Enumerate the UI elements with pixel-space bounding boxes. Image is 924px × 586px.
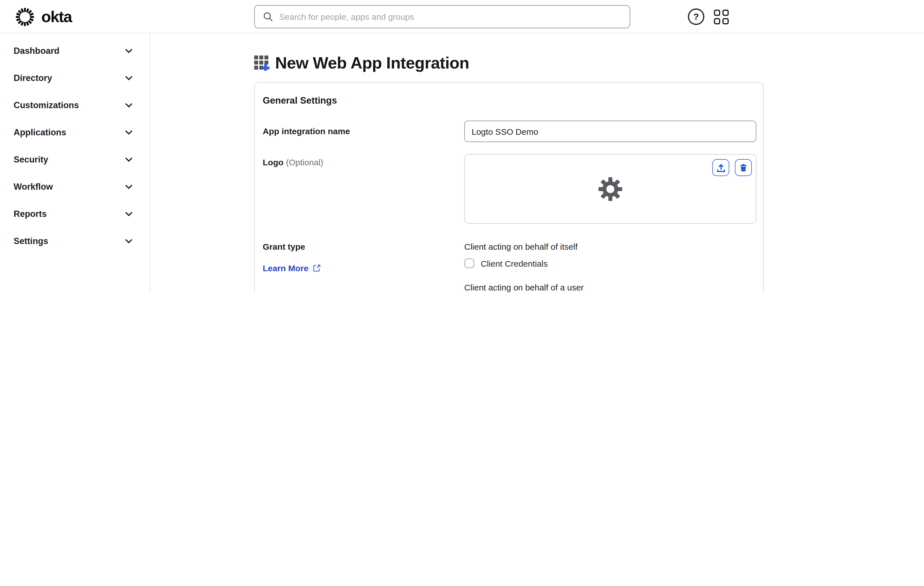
okta-sunburst-icon	[13, 6, 36, 28]
sidebar-item-label: Dashboard	[13, 46, 59, 56]
gear-icon	[597, 176, 624, 202]
chevron-down-icon	[125, 212, 132, 216]
checkbox-label: Client Credentials	[481, 259, 548, 268]
grant-group-self-label: Client acting on behalf of itself	[464, 242, 755, 251]
grid-square	[714, 18, 720, 24]
sidebar-item-label: Workflow	[13, 182, 53, 192]
top-header: okta ?	[0, 0, 924, 33]
sidebar-item-settings[interactable]: Settings	[0, 228, 150, 255]
sidebar-item-reports[interactable]: Reports	[0, 200, 150, 228]
sidebar-item-customizations[interactable]: Customizations	[0, 92, 150, 119]
okta-admin-window: okta ? Dashboard Directory Customiz	[0, 0, 924, 293]
page-title-row: New Web App Integration	[254, 54, 469, 73]
page-title: New Web App Integration	[275, 54, 469, 73]
sidebar-item-applications[interactable]: Applications	[0, 119, 150, 146]
external-link-icon	[312, 264, 321, 272]
chevron-down-icon	[125, 76, 132, 81]
app-name-row: App integration name	[263, 121, 755, 142]
grid-square	[723, 18, 729, 24]
grant-option-client-credentials: Client Credentials	[464, 256, 755, 270]
grant-type-learn-more-link[interactable]: Learn More	[263, 263, 321, 273]
logo-optional-label: (Optional)	[286, 157, 323, 167]
sidebar-item-label: Applications	[13, 127, 66, 138]
chevron-down-icon	[125, 130, 132, 135]
sidebar-item-directory[interactable]: Directory	[0, 64, 150, 92]
main-content: New Web App Integration General Settings…	[150, 33, 924, 293]
chevron-down-icon	[125, 49, 132, 53]
sidebar-item-label: Directory	[13, 73, 52, 83]
global-search[interactable]	[254, 5, 630, 28]
chevron-down-icon	[125, 185, 132, 189]
sidebar-item-dashboard[interactable]: Dashboard	[0, 37, 150, 64]
logo-row: Logo (Optional)	[263, 154, 755, 224]
app-name-label: App integration name	[263, 126, 350, 136]
grant-group-user-label: Client acting on behalf of a user	[464, 282, 755, 292]
trash-icon	[739, 163, 748, 172]
chevron-down-icon	[125, 239, 132, 243]
grid-square	[714, 10, 720, 16]
brand-wordmark: okta	[41, 8, 72, 26]
upload-logo-button[interactable]	[712, 159, 729, 176]
okta-logo[interactable]: okta	[13, 6, 72, 28]
general-settings-card: General Settings App integration name Lo…	[254, 82, 764, 293]
sidebar-item-security[interactable]: Security	[0, 146, 150, 173]
search-icon	[263, 12, 274, 22]
grant-type-row: Grant type Learn More	[263, 242, 755, 293]
chevron-down-icon	[125, 157, 132, 162]
sidebar-item-label: Security	[13, 155, 48, 165]
sidebar-item-workflow[interactable]: Workflow	[0, 173, 150, 200]
sidebar-item-label: Settings	[13, 236, 48, 246]
upload-icon	[716, 163, 726, 172]
app-grid-icon[interactable]	[714, 10, 729, 24]
client-credentials-checkbox[interactable]	[464, 258, 474, 268]
search-input[interactable]	[279, 12, 622, 21]
sidebar-item-label: Customizations	[13, 100, 79, 111]
new-app-grid-plus-icon	[254, 56, 269, 71]
section-title-general-settings: General Settings	[263, 95, 755, 106]
chevron-down-icon	[125, 103, 132, 107]
app-name-input[interactable]	[464, 121, 756, 142]
delete-logo-button[interactable]	[735, 159, 752, 176]
grant-type-label: Grant type	[263, 242, 450, 251]
learn-more-label: Learn More	[263, 263, 309, 273]
help-icon[interactable]: ?	[688, 8, 705, 25]
sidebar-nav: Dashboard Directory Customizations Appli…	[0, 33, 150, 293]
logo-actions	[712, 159, 752, 176]
sidebar-item-label: Reports	[13, 209, 47, 219]
logo-preview-box	[464, 154, 756, 224]
grid-square	[723, 10, 729, 16]
logo-label: Logo	[263, 157, 283, 167]
